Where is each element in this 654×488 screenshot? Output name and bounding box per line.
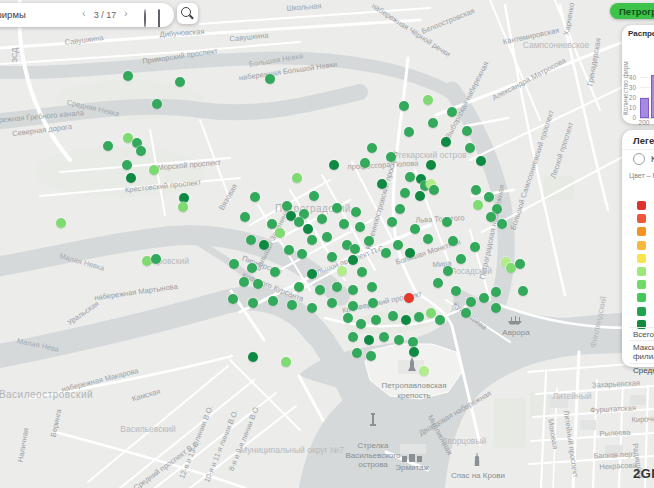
firm-dot[interactable] (268, 296, 278, 306)
firm-dot[interactable] (267, 219, 277, 229)
firm-dot[interactable] (248, 298, 258, 308)
firm-dot[interactable] (518, 286, 528, 296)
firm-dot[interactable] (239, 277, 249, 287)
firm-dot[interactable] (253, 279, 263, 289)
firm-dot[interactable] (381, 248, 391, 258)
firm-dot[interactable] (394, 335, 404, 345)
firm-dot[interactable] (351, 207, 361, 217)
firm-dot[interactable] (387, 217, 397, 227)
firm-dot[interactable] (307, 269, 317, 279)
firm-dot[interactable] (491, 287, 501, 297)
firm-dot[interactable] (451, 286, 461, 296)
firm-dot[interactable] (327, 252, 337, 262)
firm-dot[interactable] (479, 293, 489, 303)
firm-dot[interactable] (175, 77, 185, 87)
firm-dot[interactable] (270, 267, 280, 277)
firm-dot[interactable] (356, 319, 366, 329)
firm-dot[interactable] (240, 212, 250, 222)
firm-dot[interactable] (332, 282, 342, 292)
firm-dot[interactable] (348, 285, 358, 295)
firm-dot[interactable] (309, 191, 319, 201)
firm-dot[interactable] (404, 293, 414, 303)
firm-dot[interactable] (126, 173, 136, 183)
collection-icon[interactable] (144, 10, 146, 27)
firm-dot[interactable] (462, 126, 472, 136)
firm-dot[interactable] (294, 282, 304, 292)
add-frame-icon[interactable] (158, 10, 160, 27)
prev-page-button[interactable]: ‹ (82, 7, 86, 19)
firm-dot[interactable] (357, 267, 367, 277)
firm-dot[interactable] (442, 217, 452, 227)
firm-dot[interactable] (486, 212, 496, 222)
firm-dot[interactable] (423, 234, 433, 244)
firm-dot[interactable] (429, 185, 439, 195)
firm-dot[interactable] (317, 214, 327, 224)
firm-dot[interactable] (228, 294, 238, 304)
firm-dot[interactable] (377, 179, 387, 189)
district-badge[interactable]: Петроградский (610, 3, 654, 19)
firm-dot[interactable] (465, 143, 475, 153)
firm-dot[interactable] (265, 74, 275, 84)
firm-dot[interactable] (405, 248, 415, 258)
firm-dot[interactable] (419, 366, 429, 376)
firm-dot[interactable] (246, 235, 256, 245)
firm-dot[interactable] (400, 188, 410, 198)
firm-dot[interactable] (433, 278, 443, 288)
firm-dot[interactable] (410, 224, 420, 234)
firm-dot[interactable] (491, 303, 501, 313)
firm-dot[interactable] (284, 245, 294, 255)
firm-dot[interactable] (423, 95, 433, 105)
firm-dot[interactable] (386, 152, 396, 162)
firm-dot[interactable] (405, 172, 415, 182)
firm-dot[interactable] (461, 308, 471, 318)
firm-dot[interactable] (322, 232, 332, 242)
firm-dot[interactable] (447, 107, 457, 117)
firm-dot[interactable] (441, 137, 451, 147)
firm-dot[interactable] (297, 249, 307, 259)
firm-dot[interactable] (515, 259, 525, 269)
firm-dot[interactable] (287, 300, 297, 310)
firm-dot[interactable] (123, 71, 133, 81)
firm-dot[interactable] (136, 146, 146, 156)
firm-dot[interactable] (367, 282, 377, 292)
firm-dot[interactable] (448, 236, 458, 246)
firm-dot[interactable] (348, 301, 358, 311)
firm-dot[interactable] (307, 235, 317, 245)
firm-dot[interactable] (337, 266, 347, 276)
firm-dot[interactable] (473, 200, 483, 210)
firm-dot[interactable] (426, 308, 436, 318)
firm-dot[interactable] (408, 337, 418, 347)
firm-dot[interactable] (360, 158, 370, 168)
firm-dot[interactable] (497, 219, 507, 229)
firm-dot[interactable] (315, 285, 325, 295)
firm-dot[interactable] (404, 127, 414, 137)
firm-dot[interactable] (414, 312, 424, 322)
firm-dot[interactable] (352, 348, 362, 358)
firm-dot[interactable] (103, 141, 113, 151)
firm-dot[interactable] (409, 347, 419, 357)
firm-dot[interactable] (470, 242, 480, 252)
firm-dot[interactable] (371, 315, 381, 325)
firm-dot[interactable] (350, 244, 360, 254)
firm-dot[interactable] (348, 332, 358, 342)
firm-dot[interactable] (248, 352, 258, 362)
firm-dot[interactable] (393, 240, 403, 250)
firm-dot[interactable] (329, 160, 339, 170)
firm-dot[interactable] (178, 202, 188, 212)
firm-dot[interactable] (368, 298, 378, 308)
firm-dot[interactable] (476, 156, 486, 166)
firm-dot[interactable] (364, 335, 374, 345)
firm-dot[interactable] (428, 118, 438, 128)
firm-dot[interactable] (415, 191, 425, 201)
firm-dot[interactable] (484, 192, 494, 202)
search-button[interactable] (177, 3, 198, 24)
firm-dot[interactable] (355, 222, 365, 232)
firm-dot[interactable] (339, 219, 349, 229)
firm-dot[interactable] (294, 217, 304, 227)
firm-dot[interactable] (327, 298, 337, 308)
firm-dot[interactable] (388, 311, 398, 321)
firm-dot[interactable] (399, 101, 409, 111)
firm-dot[interactable] (149, 165, 159, 175)
firm-dot[interactable] (56, 218, 66, 228)
firm-dot[interactable] (152, 99, 162, 109)
